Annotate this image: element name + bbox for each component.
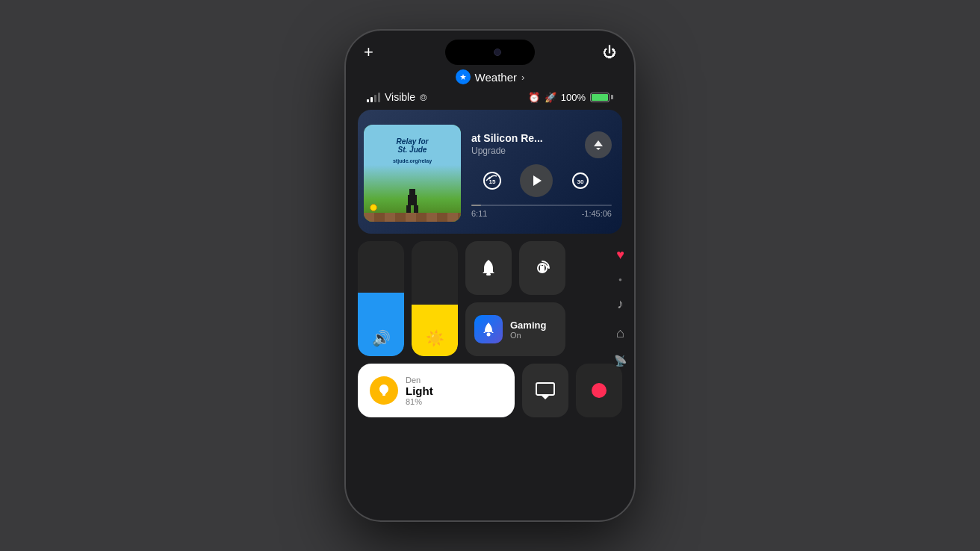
light-control[interactable]: Den Light 81% [358, 364, 515, 417]
svg-text:30: 30 [577, 178, 584, 185]
record-dot-icon [592, 383, 607, 398]
radio-icon[interactable]: 📡 [614, 355, 627, 367]
time-current: 6:11 [471, 209, 487, 218]
home-icon[interactable]: ⌂ [616, 326, 624, 341]
carrier-name: Visible [385, 91, 415, 103]
cc-grid: 🔊 ☀️ [358, 241, 622, 356]
svg-rect-1 [408, 195, 417, 205]
podcast-header: at Silicon Re... Upgrade [471, 131, 612, 158]
signal-bar-1 [367, 99, 369, 102]
podcast-artwork: Relay forSt. Jude stjude.org/relay [364, 125, 461, 222]
progress-times: 6:11 -1:45:06 [471, 209, 612, 218]
status-bar: Visible ⌾ ⏰ 🚀 100% [346, 89, 634, 110]
podcast-info: at Silicon Re... Upgrade [471, 131, 543, 156]
gaming-focus-button[interactable]: Gaming On [465, 302, 565, 356]
light-text: Den Light 81% [406, 376, 433, 406]
podcast-controls: 15 30 [471, 158, 612, 202]
volume-control[interactable]: 🔊 [358, 241, 404, 356]
podcast-top: Relay forSt. Jude stjude.org/relay [358, 110, 622, 234]
podcast-progress[interactable]: 6:11 -1:45:06 [471, 202, 612, 218]
lock-rotation-icon [533, 258, 552, 278]
light-icon [370, 376, 398, 405]
progress-bar [471, 205, 612, 206]
artwork-title-text: Relay forSt. Jude [392, 131, 433, 155]
status-left: Visible ⌾ [367, 90, 427, 104]
bell-icon [479, 258, 498, 278]
rocket-icon: 🚀 [545, 92, 556, 103]
battery-icon [590, 93, 613, 102]
screen-record-button[interactable] [576, 364, 622, 417]
dynamic-island [445, 40, 535, 65]
artwork-inner: Relay forSt. Jude stjude.org/relay [364, 125, 461, 222]
battery-percentage: 100% [561, 92, 586, 103]
battery-body [590, 93, 610, 102]
battery-fill [592, 94, 608, 101]
gaming-status: On [510, 331, 546, 340]
camera-dot [494, 49, 501, 56]
phone-screen: + ⏻ Weather › [346, 31, 634, 520]
bottom-row: Den Light 81% [346, 364, 634, 417]
power-button[interactable]: ⏻ [603, 45, 616, 60]
skip-back-button[interactable]: 15 [478, 166, 506, 195]
brightness-control[interactable]: ☀️ [412, 241, 458, 356]
phone-frame: + ⏻ Weather › [344, 29, 636, 522]
svg-rect-15 [536, 383, 554, 395]
weather-notification-bar[interactable]: Weather › [346, 63, 634, 89]
top-bar-left: + [364, 44, 373, 60]
battery-tip [611, 95, 613, 99]
svg-rect-0 [409, 189, 415, 195]
svg-point-13 [487, 333, 491, 337]
time-remaining: -1:45:06 [582, 209, 612, 218]
screen-mirror-button[interactable] [522, 364, 568, 417]
light-room: Den [406, 376, 433, 385]
svg-rect-14 [382, 394, 385, 396]
airplay-button[interactable] [585, 131, 612, 158]
brightness-icon: ☀️ [426, 329, 444, 347]
progress-fill [471, 205, 481, 206]
gaming-text: Gaming On [510, 320, 546, 340]
artwork-url-text: stjude.org/relay [364, 158, 461, 164]
screen-mirror-icon [535, 380, 556, 401]
control-center: 🔊 ☀️ [346, 241, 634, 356]
weather-label: Weather [475, 71, 517, 84]
podcast-episode-title: at Silicon Re... [471, 131, 543, 145]
gaming-icon [474, 315, 503, 343]
status-right: ⏰ 🚀 100% [528, 92, 613, 103]
rotation-lock-button[interactable] [519, 241, 565, 295]
play-pause-button[interactable] [520, 164, 553, 197]
wifi-icon: ⌾ [420, 90, 427, 104]
podcast-info-area: at Silicon Re... Upgrade [467, 128, 612, 218]
weather-chevron-icon: › [521, 72, 524, 83]
dot-indicator: ● [618, 276, 622, 283]
add-button[interactable]: + [364, 44, 373, 60]
gaming-title: Gaming [510, 320, 546, 331]
podcast-action-label: Upgrade [471, 146, 543, 156]
light-name: Light [406, 385, 433, 397]
silent-mode-button[interactable] [465, 241, 512, 295]
signal-bars-icon [367, 92, 380, 102]
health-icon[interactable]: ♥ [616, 247, 624, 263]
volume-icon: 🔊 [372, 329, 391, 347]
signal-bar-4 [378, 93, 380, 102]
alarm-icon: ⏰ [528, 92, 540, 103]
weather-app-icon [456, 69, 471, 84]
svg-text:15: 15 [489, 178, 496, 185]
svg-rect-8 [486, 273, 491, 276]
lamp-icon [376, 382, 392, 399]
svg-marker-5 [533, 175, 542, 186]
skip-forward-button[interactable]: 30 [566, 166, 595, 195]
light-percent: 81% [406, 397, 433, 406]
right-side-icons: ♥ ● ♪ ⌂ 📡 [614, 241, 627, 367]
signal-bar-2 [370, 97, 373, 102]
podcast-player-card[interactable]: Relay forSt. Jude stjude.org/relay [358, 110, 622, 234]
signal-bar-3 [374, 95, 376, 102]
rocket-gaming-icon [480, 321, 497, 337]
music-icon[interactable]: ♪ [617, 296, 624, 312]
